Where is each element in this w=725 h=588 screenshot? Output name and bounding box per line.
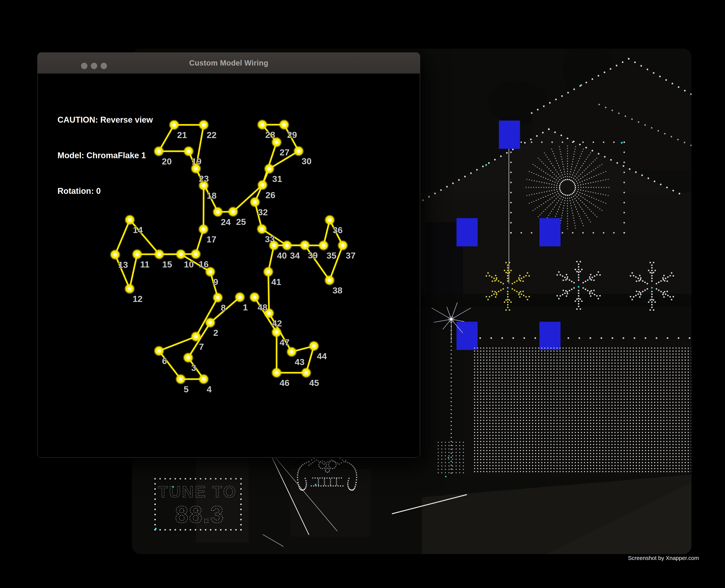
node-label: 10 <box>184 259 194 269</box>
wiring-node <box>326 276 333 284</box>
node-label: 40 <box>277 251 287 260</box>
wiring-node <box>283 241 291 249</box>
node-label: 8 <box>221 303 226 313</box>
node-label: 46 <box>279 378 289 388</box>
wiring-node <box>200 121 207 129</box>
model-line: Model: ChromaFlake 1 <box>58 149 153 161</box>
node-label: 11 <box>140 259 150 269</box>
node-label: 6 <box>162 356 167 366</box>
wiring-node <box>303 369 310 377</box>
wiring-node <box>265 268 272 276</box>
wiring-node <box>326 216 333 224</box>
node-label: 15 <box>162 259 172 269</box>
node-label: 12 <box>133 294 142 304</box>
node-label: 41 <box>271 277 281 287</box>
wiring-node <box>270 241 278 249</box>
node-label: 5 <box>184 384 189 394</box>
node-label: 3 <box>191 363 196 373</box>
wiring-node <box>320 241 327 249</box>
wiring-node <box>214 208 222 216</box>
wiring-node <box>177 251 185 258</box>
node-label: 1 <box>243 302 248 312</box>
wiring-node <box>301 241 309 249</box>
node-label: 34 <box>290 251 300 260</box>
watermark: Screenshot by Xnapper.com <box>573 555 699 561</box>
node-label: 29 <box>287 130 297 140</box>
node-label: 22 <box>207 130 216 140</box>
wire-segment <box>130 254 137 289</box>
wiring-node <box>229 208 237 215</box>
window-title-bar[interactable]: Custom Model Wiring <box>38 53 420 74</box>
wiring-node <box>155 347 163 355</box>
custom-model-wiring-window: Custom Model Wiring CAUTION: Reverse vie… <box>38 53 420 457</box>
node-label: 18 <box>207 191 216 201</box>
side-window-lights <box>436 441 464 474</box>
wiring-node <box>259 181 266 189</box>
wiring-node <box>281 121 288 128</box>
node-label: 27 <box>279 147 289 157</box>
node-label: 16 <box>199 259 209 269</box>
caution-line: CAUTION: Reverse view <box>58 114 153 126</box>
node-label: 43 <box>295 357 305 367</box>
wiring-node <box>155 147 163 155</box>
wiring-node <box>185 147 192 155</box>
wiring-node <box>258 121 266 128</box>
node-label: 36 <box>333 225 343 235</box>
node-label: 45 <box>309 378 319 388</box>
wiring-node <box>266 165 273 172</box>
node-label: 23 <box>199 174 209 184</box>
wiring-node <box>192 250 200 258</box>
wiring-node <box>177 375 184 383</box>
node-label: 26 <box>266 190 275 200</box>
node-label: 24 <box>221 217 231 227</box>
wiring-node <box>251 293 258 301</box>
wiring-node <box>126 285 133 293</box>
node-label: 9 <box>213 277 218 287</box>
wiring-node <box>207 319 214 327</box>
wiring-node <box>288 348 295 356</box>
wiring-node <box>184 354 192 361</box>
wire-segment <box>115 220 130 255</box>
node-label: 13 <box>118 260 128 270</box>
wiring-node <box>207 268 214 276</box>
node-label: 25 <box>236 217 246 227</box>
node-label: 39 <box>308 250 318 260</box>
rotation-line: Rotation: 0 <box>58 185 153 197</box>
wiring-canvas: CAUTION: Reverse view Model: ChromaFlake… <box>38 74 420 457</box>
wiring-node <box>273 369 281 377</box>
wiring-node <box>295 147 303 155</box>
wiring-node <box>192 165 200 172</box>
wiring-node <box>156 251 163 258</box>
wiring-node <box>111 251 119 258</box>
node-label: 20 <box>162 156 172 166</box>
wiring-node <box>273 329 281 336</box>
wiring-node <box>258 225 266 233</box>
wiring-node <box>310 342 318 350</box>
wiring-node <box>214 294 222 301</box>
node-label: 17 <box>207 234 216 244</box>
node-label: 44 <box>317 351 327 361</box>
wiring-node <box>200 226 207 233</box>
node-label: 21 <box>177 130 187 140</box>
wiring-node <box>200 375 207 383</box>
node-label: 42 <box>272 318 282 328</box>
node-label: 48 <box>257 302 267 312</box>
node-label: 14 <box>133 225 143 235</box>
wiring-node <box>133 251 141 258</box>
node-label: 2 <box>213 328 218 338</box>
node-label: 30 <box>302 156 311 166</box>
node-label: 32 <box>258 207 268 217</box>
eave-lights <box>469 337 690 339</box>
node-label: 31 <box>272 174 282 184</box>
sign-line2: 88.3 <box>175 501 224 528</box>
node-label: 35 <box>327 251 336 260</box>
wiring-node <box>192 333 200 340</box>
sign-line1: TUNE TO <box>158 483 237 501</box>
led-matrix <box>474 348 691 474</box>
window-title: Custom Model Wiring <box>38 53 420 73</box>
node-label: 28 <box>265 130 275 140</box>
wiring-node <box>339 241 347 249</box>
node-label: 47 <box>279 337 289 347</box>
wire-segment <box>268 272 269 313</box>
node-label: 37 <box>346 251 355 260</box>
